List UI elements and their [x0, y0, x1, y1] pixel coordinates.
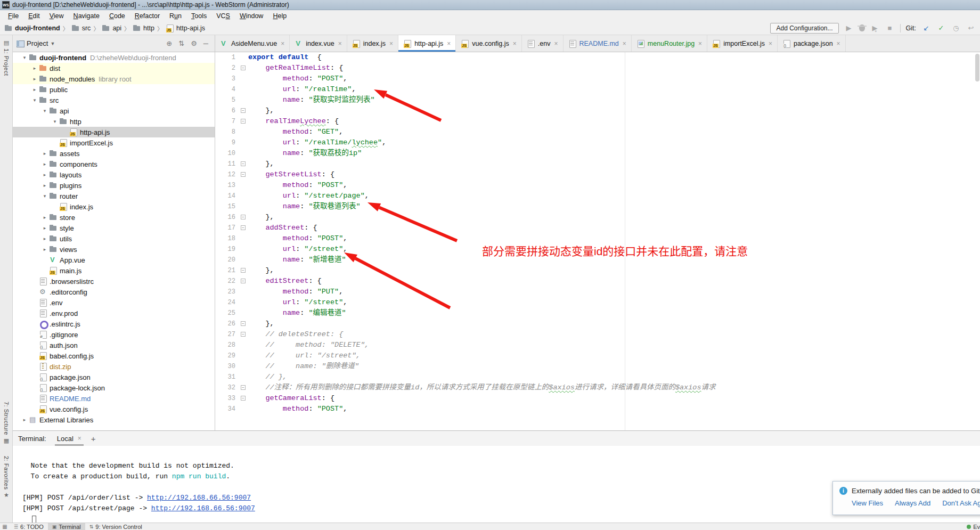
code-line-9[interactable]: 9 url: "/realTime/lychee",: [215, 137, 980, 148]
close-icon[interactable]: ×: [554, 40, 558, 47]
rollback-icon[interactable]: ↩: [966, 24, 976, 32]
tree-row-package-lock.json[interactable]: {}package-lock.json: [13, 382, 215, 393]
fold-marker-icon[interactable]: −: [241, 268, 246, 273]
code-line-5[interactable]: 5 name: "获取实时监控列表": [215, 95, 980, 105]
close-icon[interactable]: ×: [389, 40, 393, 47]
fold-marker-icon[interactable]: −: [241, 332, 246, 337]
editor-scrollbar[interactable]: [975, 54, 979, 81]
code-line-6[interactable]: 6− },: [215, 105, 980, 116]
code-editor[interactable]: 1export default {2− getRealTimeList: {3 …: [215, 52, 980, 430]
git-update-icon[interactable]: ↙: [921, 24, 931, 32]
event-log-item[interactable]: Ev: [967, 524, 980, 530]
code-line-2[interactable]: 2− getRealTimeList: {: [215, 63, 980, 74]
chevron-closed-icon[interactable]: ▸: [40, 247, 49, 252]
tab-package.json[interactable]: {}package.json×: [778, 35, 846, 52]
chevron-closed-icon[interactable]: ▸: [40, 151, 49, 156]
fold-marker-icon[interactable]: −: [241, 172, 246, 177]
close-icon[interactable]: ×: [698, 40, 702, 47]
tab-.env[interactable]: .env×: [522, 35, 564, 52]
chevron-closed-icon[interactable]: ▸: [40, 225, 49, 231]
coverage-icon[interactable]: ▶̥: [870, 24, 880, 32]
tab-index.vue[interactable]: index.vue×: [290, 35, 347, 52]
menu-window[interactable]: Window: [235, 11, 268, 21]
tree-row-.env.prod[interactable]: .env.prod: [13, 308, 215, 319]
status-item-vcs[interactable]: ⇅9: Version Control: [85, 523, 146, 530]
tree-row-style[interactable]: ▸style: [13, 223, 215, 233]
stripe-button-favorites[interactable]: 2: Favorites ★: [0, 456, 13, 499]
menu-code[interactable]: Code: [104, 11, 130, 21]
code-line-14[interactable]: 14 url: "/street/page",: [215, 191, 980, 201]
notification-action-always-add[interactable]: Always Add: [895, 499, 930, 507]
breadcrumb-api[interactable]: api: [102, 24, 121, 32]
terminal-link[interactable]: http://192.168.66.56:9007: [151, 504, 255, 512]
tree-row-External Libraries[interactable]: ▸External Libraries: [13, 414, 215, 425]
tree-row-node_modules[interactable]: ▸node_moduleslibrary root: [13, 74, 215, 84]
tree-row-App.vue[interactable]: App.vue: [13, 255, 215, 265]
tree-row-views[interactable]: ▸views: [13, 244, 215, 255]
code-line-13[interactable]: 13 method: "POST",: [215, 180, 980, 191]
fold-marker-icon[interactable]: −: [241, 161, 246, 166]
tree-row-plugins[interactable]: ▸plugins: [13, 180, 215, 191]
collapse-all-icon[interactable]: ⇅: [175, 39, 187, 47]
history-icon[interactable]: ◷: [951, 24, 961, 32]
debug-icon[interactable]: [859, 25, 865, 31]
code-line-7[interactable]: 7− realTimeLychee: {: [215, 116, 980, 127]
tree-row-store[interactable]: ▸store: [13, 212, 215, 223]
chevron-open-icon[interactable]: ▾: [40, 108, 49, 113]
fold-marker-icon[interactable]: −: [241, 66, 246, 70]
code-line-12[interactable]: 12− getStreetList: {: [215, 169, 980, 180]
tree-row-.eslintrc.js[interactable]: .eslintrc.js: [13, 319, 215, 329]
new-terminal-icon[interactable]: +: [91, 434, 96, 443]
fold-marker-icon[interactable]: −: [241, 396, 246, 401]
code-line-4[interactable]: 4 url: "/realTime",: [215, 84, 980, 95]
menu-navigate[interactable]: Navigate: [69, 11, 104, 21]
stripe-button-project[interactable]: ▤ 1: Project: [0, 39, 13, 76]
chevron-closed-icon[interactable]: ▸: [30, 76, 39, 81]
chevron-open-icon[interactable]: ▾: [20, 55, 29, 60]
code-line-10[interactable]: 10 name: "获取荔枝的ip": [215, 148, 980, 159]
menu-tools[interactable]: Tools: [186, 11, 211, 21]
code-line-26[interactable]: 26− },: [215, 319, 980, 329]
tree-row-vue.config.js[interactable]: JSvue.config.js: [13, 404, 215, 414]
hide-panel-icon[interactable]: ─: [200, 39, 211, 47]
close-icon[interactable]: ×: [769, 40, 772, 47]
close-icon[interactable]: ×: [447, 40, 451, 47]
chevron-down-icon[interactable]: ▼: [50, 41, 55, 46]
tree-row-README.md[interactable]: README.md: [13, 393, 215, 404]
fold-marker-icon[interactable]: −: [241, 279, 246, 283]
terminal-tab-local[interactable]: Local ×: [55, 431, 84, 446]
menu-help[interactable]: Help: [268, 11, 291, 21]
tree-row-dist[interactable]: ▸dist: [13, 63, 215, 74]
tree-row-index.js[interactable]: JSindex.js: [13, 201, 215, 212]
menu-vcs[interactable]: VCS: [211, 11, 235, 21]
code-line-1[interactable]: 1export default {: [215, 52, 980, 63]
code-line-17[interactable]: 17− addStreet: {: [215, 223, 980, 233]
notification-action-view-files[interactable]: View Files: [852, 499, 883, 507]
tab-AsideMenu.vue[interactable]: AsideMenu.vue×: [215, 35, 290, 52]
git-commit-icon[interactable]: ✓: [936, 24, 946, 32]
tree-row-babel.config.js[interactable]: JSbabel.config.js: [13, 350, 215, 361]
tree-row-.browserslistrc[interactable]: .browserslistrc: [13, 276, 215, 287]
tree-row-.env[interactable]: .env: [13, 297, 215, 308]
terminal-link[interactable]: http://192.168.66.56:9007: [147, 494, 251, 502]
tree-row-.editorconfig[interactable]: .editorconfig: [13, 287, 215, 297]
code-line-27[interactable]: 27− // deleteStreet: {: [215, 329, 980, 340]
chevron-open-icon[interactable]: ▾: [30, 97, 39, 103]
chevron-closed-icon[interactable]: ▸: [20, 417, 29, 422]
status-item-todo[interactable]: ☰6: TODO: [10, 523, 48, 530]
settings-gear-icon[interactable]: ⚙: [187, 39, 200, 47]
chevron-closed-icon[interactable]: ▸: [30, 87, 39, 92]
tool-window-switcher-icon[interactable]: ▦: [0, 524, 10, 529]
project-panel-title[interactable]: Project: [27, 39, 48, 47]
fold-marker-icon[interactable]: −: [241, 119, 246, 124]
tab-menuRouter.jpg[interactable]: menuRouter.jpg×: [632, 35, 707, 52]
tree-row-main.js[interactable]: JSmain.js: [13, 265, 215, 276]
tab-README.md[interactable]: README.md×: [564, 35, 632, 52]
stripe-button-structure[interactable]: 7: Structure ▦: [0, 402, 13, 444]
code-line-16[interactable]: 16− },: [215, 212, 980, 223]
code-line-21[interactable]: 21− },: [215, 265, 980, 276]
fold-marker-icon[interactable]: −: [241, 385, 246, 390]
menu-view[interactable]: View: [45, 11, 69, 21]
code-line-11[interactable]: 11− },: [215, 159, 980, 169]
tree-row-importExcel.js[interactable]: JSimportExcel.js: [13, 137, 215, 148]
